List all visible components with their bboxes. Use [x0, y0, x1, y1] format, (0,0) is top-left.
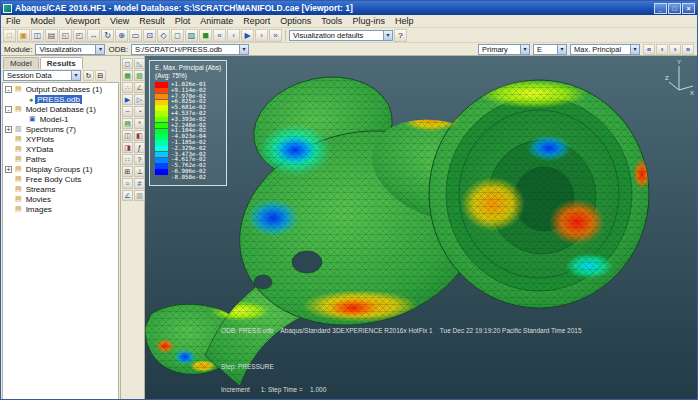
tree-item[interactable]: + ▥ Spectrums (7) — [3, 124, 118, 134]
tree-expander-icon[interactable]: - — [5, 106, 12, 113]
first-frame-button[interactable]: « — [643, 44, 655, 55]
menu-item[interactable]: Model — [26, 16, 61, 26]
tree-item[interactable]: ▤ Movies — [3, 194, 118, 204]
field-output-variable-combo[interactable]: E ▾ — [533, 44, 567, 55]
print-icon[interactable]: ▤ — [45, 29, 58, 42]
display-group-manager-icon[interactable]: ⊞ — [122, 166, 133, 177]
menu-item[interactable]: Viewport — [60, 16, 105, 26]
render-shaded-icon[interactable]: ◼ — [199, 29, 212, 42]
new-model-database-icon[interactable]: □ — [3, 29, 16, 42]
tree-expander-icon[interactable]: + — [5, 126, 12, 133]
next-image-icon[interactable]: › — [255, 29, 268, 42]
common-options-icon[interactable]: * — [134, 118, 145, 129]
tree-tab[interactable]: Results — [40, 57, 83, 69]
odb-combo[interactable]: S:/SCRATCH/PRESS.odb ▾ — [131, 44, 249, 55]
menu-item[interactable]: Animate — [195, 16, 238, 26]
tree-item[interactable]: ● PRESS.odb — [17, 94, 118, 104]
chevron-down-icon: ▾ — [630, 45, 639, 54]
plot-contours-icon[interactable]: ▦ — [122, 70, 133, 81]
create-viewport-icon[interactable]: ◱ — [59, 29, 72, 42]
plot-symbols-icon[interactable]: ∴ — [122, 82, 133, 93]
tree-expander-icon[interactable]: + — [5, 166, 12, 173]
tree-item[interactable]: ▤ XYData — [3, 144, 118, 154]
menu-item[interactable]: Help — [390, 16, 419, 26]
context-bar: Module: Visualization ▾ ODB: S:/SCRATCH/… — [1, 43, 697, 56]
stream-manager-icon[interactable]: ≈ — [122, 178, 133, 189]
xy-data-manager-icon[interactable]: # — [134, 178, 145, 189]
animate-harmonic-icon[interactable]: ~ — [122, 106, 133, 117]
last-frame-button[interactable]: » — [682, 44, 694, 55]
maximize-button[interactable]: □ — [668, 3, 681, 14]
previous-image-icon[interactable]: ‹ — [227, 29, 240, 42]
play-animation-icon[interactable]: ▶ — [241, 29, 254, 42]
tree-item[interactable]: ▤ Images — [3, 204, 118, 214]
save-model-database-icon[interactable]: ◫ — [31, 29, 44, 42]
render-wireframe-icon[interactable]: ◻ — [171, 29, 184, 42]
tree-item[interactable]: - ▤ Model Database (1) — [3, 104, 118, 114]
menu-item[interactable]: Report — [238, 16, 275, 26]
next-frame-button[interactable]: › — [669, 44, 681, 55]
menu-item[interactable]: Tools — [316, 16, 347, 26]
query-icon[interactable]: ? — [134, 154, 145, 165]
render-hidden-icon[interactable]: ▨ — [185, 29, 198, 42]
tree-node-icon: ▣ — [29, 115, 36, 123]
view-cut-manager-icon[interactable]: ◧ — [134, 130, 145, 141]
box-zoom-icon[interactable]: ▭ — [129, 29, 142, 42]
close-button[interactable]: × — [682, 3, 695, 14]
free-body-cut-manager-icon[interactable]: ⊥ — [134, 166, 145, 177]
tree-item[interactable]: ▤ Free Body Cuts — [3, 174, 118, 184]
tree-item[interactable]: ▣ Model-1 — [17, 114, 118, 124]
tree-item[interactable]: ▤ XYPlots — [3, 134, 118, 144]
menu-item[interactable]: Options — [275, 16, 316, 26]
contour-options-icon[interactable]: ▤ — [122, 118, 133, 129]
plot-undeformed-icon[interactable]: ◻ — [122, 58, 133, 69]
last-image-icon[interactable]: » — [269, 29, 282, 42]
tree-tabs: ModelResults — [1, 56, 120, 69]
magnify-view-icon[interactable]: ⊕ — [115, 29, 128, 42]
tree-tab[interactable]: Model — [3, 57, 39, 69]
menu-item[interactable]: File — [1, 16, 26, 26]
viewport[interactable]: E, Max. Principal (Abs) (Avg: 75%) +1.02… — [145, 56, 697, 400]
field-output-component-combo[interactable]: Max. Principal ▾ — [570, 44, 640, 55]
tree-collapse-all-icon[interactable]: ⊟ — [95, 70, 106, 81]
rotate-view-icon[interactable]: ↻ — [101, 29, 114, 42]
superimpose-options-icon[interactable]: ◫ — [122, 130, 133, 141]
tree-item[interactable]: ▤ Paths — [3, 154, 118, 164]
tree-refresh-icon[interactable]: ↻ — [83, 70, 94, 81]
session-data-combo[interactable]: Session Data ▾ — [3, 70, 81, 81]
field-output-dialog-icon[interactable]: ƒ — [134, 142, 145, 153]
cycle-views-icon[interactable]: ◇ — [157, 29, 170, 42]
previous-frame-button[interactable]: ‹ — [656, 44, 668, 55]
open-icon[interactable]: ▣ — [17, 29, 30, 42]
tree-item[interactable]: ▤ Streams — [3, 184, 118, 194]
pan-view-icon[interactable]: ↔ — [87, 29, 100, 42]
tile-viewports-icon[interactable]: ◰ — [73, 29, 86, 42]
menu-item[interactable]: Plot — [170, 16, 196, 26]
visualization-defaults-combo[interactable]: Visualization defaults ▾ — [289, 30, 393, 41]
minimize-button[interactable]: _ — [654, 3, 667, 14]
menu-item[interactable]: Plug-ins — [347, 16, 390, 26]
module-combo[interactable]: Visualization ▾ — [35, 44, 105, 55]
menu-item[interactable]: Result — [134, 16, 170, 26]
create-xy-plot-icon[interactable]: ∠ — [122, 190, 133, 201]
menu-item[interactable]: View — [105, 16, 134, 26]
tree-item[interactable]: + ▤ Display Groups (1) — [3, 164, 118, 174]
first-image-icon[interactable]: « — [213, 29, 226, 42]
help-icon[interactable]: ? — [394, 29, 407, 42]
animate-time-history-icon[interactable]: ▶ — [122, 94, 133, 105]
plot-deformed-icon[interactable]: ◺ — [134, 58, 145, 69]
fit-view-icon[interactable]: ⊡ — [143, 29, 156, 42]
toolbar-separator — [285, 30, 286, 41]
section-points-icon[interactable]: ∷ — [122, 154, 133, 165]
plot-material-orientations-icon[interactable]: ∠ — [134, 82, 145, 93]
results-tree-panel: ModelResults Session Data ▾ ↻⊟ - ▤ Outpu… — [1, 56, 121, 400]
spectrum-manager-icon[interactable]: ▥ — [134, 190, 145, 201]
legend-subtitle: (Avg: 75%) — [155, 72, 221, 80]
activate-view-cut-icon[interactable]: ◨ — [122, 142, 133, 153]
tree-item[interactable]: - ▤ Output Databases (1) — [3, 84, 118, 94]
animation-options-icon[interactable]: ◔ — [134, 106, 145, 117]
animate-scale-factor-icon[interactable]: ▷ — [134, 94, 145, 105]
field-output-position-combo[interactable]: Primary ▾ — [478, 44, 530, 55]
tree-expander-icon[interactable]: - — [5, 86, 12, 93]
plot-contours-undeformed-icon[interactable]: ▧ — [134, 70, 145, 81]
